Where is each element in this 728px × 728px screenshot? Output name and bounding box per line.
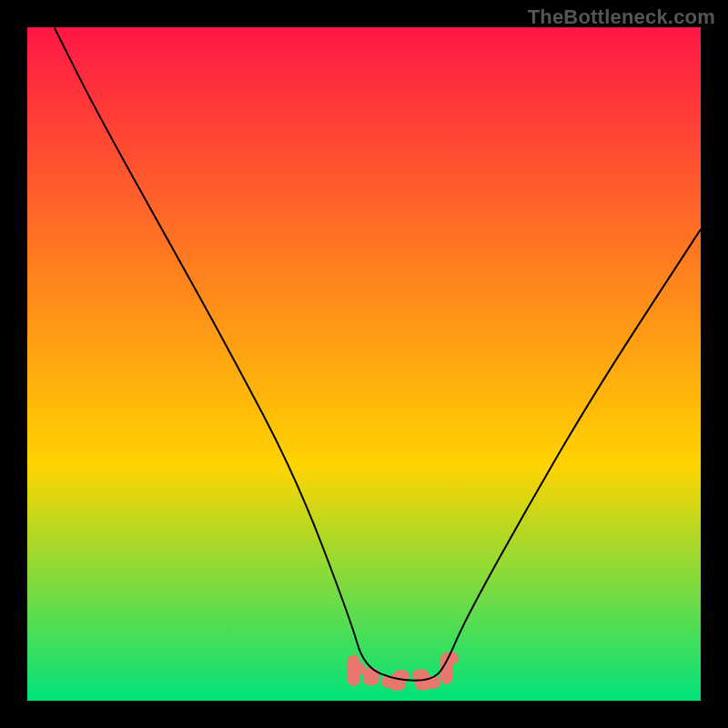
plot-area xyxy=(27,27,701,701)
chart-frame: TheBottleneck.com xyxy=(0,0,728,728)
gradient-background xyxy=(27,27,701,701)
highlight-dot xyxy=(348,655,360,686)
watermark-text: TheBottleneck.com xyxy=(528,5,715,29)
highlight-dot xyxy=(363,668,379,681)
chart-svg xyxy=(27,27,701,701)
